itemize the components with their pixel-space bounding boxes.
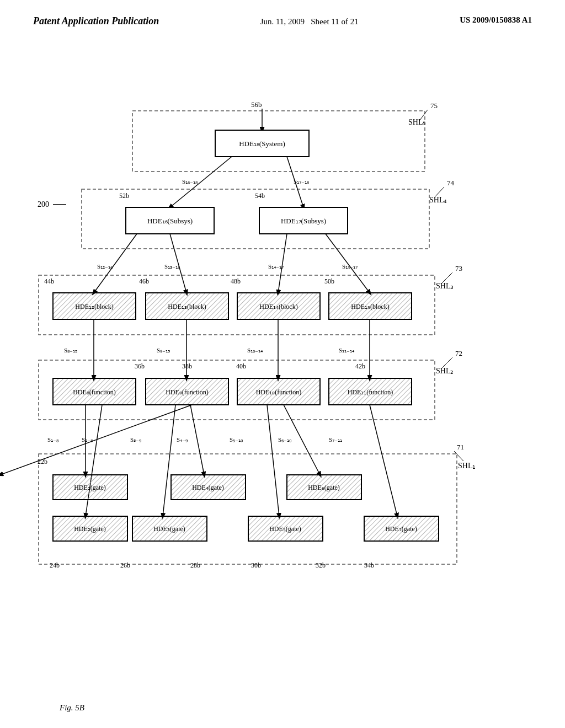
ref75: 75 — [430, 101, 438, 110]
label-s14-17: S₁₄₋₁₇ — [268, 263, 284, 270]
gate5-label: HDE₅(gate) — [269, 525, 301, 533]
ref72: 72 — [455, 349, 462, 357]
label-50b: 50b — [324, 277, 334, 285]
label-48b: 48b — [231, 277, 241, 285]
label-54b: 54b — [255, 192, 265, 200]
gate7-label: HDE₇(gate) — [385, 525, 417, 533]
arrow-system-subsys16 — [170, 157, 232, 207]
arrow-func9-gate4-fix — [190, 405, 204, 475]
gate4-label: HDE₄(gate) — [192, 484, 224, 491]
label-28b: 28b — [190, 561, 200, 569]
diagram-area: SHL₅ 75 SHL₄ 74 SHL₃ 73 SHL₂ 72 SHL₁ 71 — [0, 34, 565, 695]
label-s10-14: S₁₀₋₁₄ — [247, 347, 263, 354]
label-s7-11: S₇₋₁₁ — [329, 436, 342, 443]
func8-label: HDE₈(function) — [73, 388, 116, 396]
label-s15-17: S₁₅₋₁₇ — [342, 263, 358, 270]
func9-label: HDE₉(function) — [166, 388, 209, 396]
label-s4-9: S₄₋₉ — [177, 436, 188, 443]
figure-caption: Fig. 5B — [60, 703, 84, 713]
ref74: 74 — [447, 179, 455, 187]
label-s13-16: S₁₃₋₁₆ — [164, 263, 180, 270]
arrow-func10-gate5 — [267, 405, 279, 516]
block14-label: HDE₁₄(block) — [259, 303, 297, 311]
subsys16-label: HDE₁₆(Subsys) — [147, 217, 193, 225]
label-s12-16: S₁₂₋₁₆ — [97, 263, 113, 270]
ref71-line — [454, 451, 463, 461]
gate6-label: HDE₆(gate) — [308, 484, 340, 491]
label-s17-18: S₁₇₋₁₈ — [294, 178, 310, 185]
shl4-label: SHL₄ — [429, 196, 447, 204]
label-52b: 52b — [119, 192, 129, 200]
label-200: 200 — [38, 200, 49, 208]
shl1-region — [39, 454, 457, 564]
label-56b: 56b — [251, 100, 262, 109]
ref73: 73 — [455, 264, 462, 272]
label-34b: 34b — [364, 561, 374, 569]
ref71: 71 — [457, 443, 464, 451]
gate2-label: HDE₂(gate) — [74, 525, 106, 533]
gate3-label: HDE₃(gate) — [153, 525, 185, 533]
label-24b: 24b — [50, 561, 60, 569]
system-label: HDE₁₈(System) — [239, 140, 285, 148]
label-30b: 30b — [251, 561, 261, 569]
label-s9-13: S₉₋₁₃ — [157, 347, 170, 354]
page-header: Patent Application Publication Jun. 11, … — [0, 0, 565, 28]
label-s6-10: S₆₋₁₀ — [278, 436, 292, 443]
block15-label: HDE₁₅(block) — [351, 303, 389, 311]
shl5-label: SHL₅ — [408, 118, 426, 126]
func11-label: HDE₁₁(function) — [348, 388, 393, 396]
label-46b: 46b — [139, 277, 149, 285]
label-s8-12: S₈₋₁₂ — [64, 347, 77, 354]
header-right: US 2009/0150838 A1 — [460, 15, 532, 25]
diagram-svg: SHL₅ 75 SHL₄ 74 SHL₃ 73 SHL₂ 72 SHL₁ 71 — [0, 34, 565, 695]
shl1-label: SHL₁ — [458, 462, 476, 470]
label-s11-14: S₁₁₋₁₄ — [339, 347, 355, 354]
block12-label: HDE₁₂(block) — [75, 303, 113, 311]
shl3-label: SHL₃ — [436, 282, 454, 290]
func10-label: HDE₁₀(function) — [256, 388, 302, 396]
label-s3-9: S₃₋₉ — [130, 436, 141, 443]
label-40b: 40b — [236, 362, 246, 370]
gate1-label: HDE₁(gate) — [74, 484, 106, 491]
label-32b: 32b — [316, 561, 326, 569]
label-44b: 44b — [44, 277, 54, 285]
label-22b: 22b — [38, 458, 47, 465]
arrow-func11-gate7 — [370, 405, 397, 516]
label-36b: 36b — [135, 362, 145, 370]
block13-label: HDE₁₃(block) — [168, 303, 206, 311]
label-s1-8: S₁₋₈ — [47, 436, 59, 443]
label-26b: 26b — [120, 561, 130, 569]
label-s5-10: S₅₋₁₀ — [230, 436, 243, 443]
subsys17-label: HDE₁₇(Subsys) — [281, 217, 326, 225]
header-center: Jun. 11, 2009 Sheet 11 of 21 — [260, 15, 359, 28]
shl2-label: SHL₂ — [436, 367, 454, 375]
label-42b: 42b — [355, 362, 365, 370]
label-s16-18: S₁₆₋₁₈ — [182, 178, 198, 185]
arrow-func9-gate4 — [0, 405, 192, 475]
header-left: Patent Application Publication — [33, 15, 159, 27]
label-38b: 38b — [182, 362, 192, 370]
